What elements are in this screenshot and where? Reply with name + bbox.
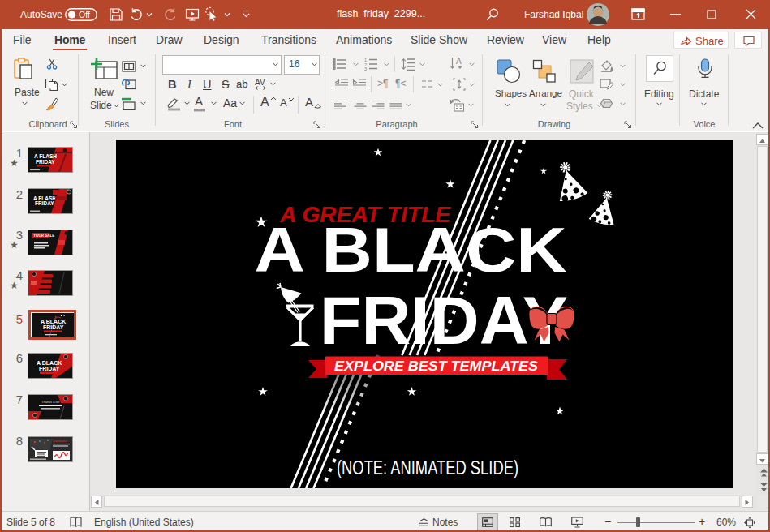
svg-text:Off: Off (79, 10, 90, 19)
svg-text:YOUR SALE: YOUR SALE (33, 234, 54, 238)
svg-text:Thanks a lot!: Thanks a lot! (41, 400, 60, 404)
svg-text:FRIDAY: FRIDAY (39, 366, 60, 371)
svg-text:(NOTE: ANIMATED SLIDE): (NOTE: ANIMATED SLIDE) (337, 457, 518, 478)
svg-text:FRIDAY: FRIDAY (35, 200, 54, 206)
svg-text:EXPLORE BEST TEMPLATES: EXPLORE BEST TEMPLATES (334, 358, 539, 374)
svg-text:FRIDAY: FRIDAY (36, 159, 55, 165)
svg-text:3: 3 (364, 66, 367, 71)
svg-text:AV: AV (255, 78, 265, 87)
svg-text:A BLACK: A BLACK (255, 215, 567, 285)
svg-text:Download at: Download at (53, 440, 67, 443)
svg-text:FRIDAY: FRIDAY (43, 324, 64, 330)
svg-text:A: A (456, 57, 462, 66)
svg-text:A BLACK: A BLACK (41, 319, 66, 324)
svg-text:A BLACK: A BLACK (37, 360, 62, 366)
